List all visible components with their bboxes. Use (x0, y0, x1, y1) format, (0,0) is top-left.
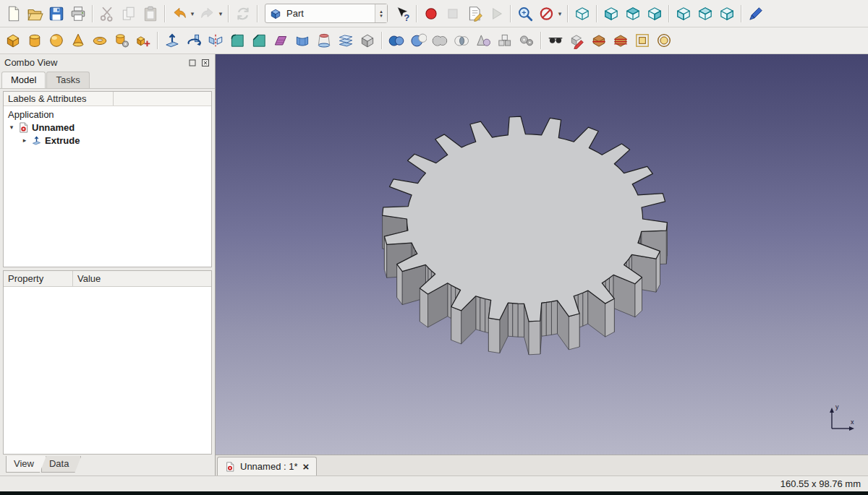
view-left[interactable] (716, 3, 738, 25)
extrude-feature-icon (31, 135, 42, 146)
std-cut-icon (98, 5, 116, 22)
part-thickness-icon (655, 32, 673, 49)
std-new[interactable] (2, 3, 24, 25)
part-thickness[interactable] (653, 30, 675, 51)
combo-view-panel: Combo View Model Tasks Labels & Attribut… (0, 54, 216, 475)
close-icon (201, 59, 210, 67)
part-mirror[interactable] (205, 30, 226, 51)
workbench-selector[interactable]: Part▴▾ (265, 4, 388, 23)
std-redo[interactable] (197, 3, 218, 25)
part-box[interactable] (2, 30, 24, 51)
part-check-geometry[interactable] (545, 30, 566, 51)
part-offset[interactable] (357, 30, 378, 51)
tab-model[interactable]: Model (1, 72, 46, 88)
panel-close-button[interactable] (200, 57, 210, 68)
panel-float-button[interactable] (187, 57, 197, 68)
part-check-geometry-icon (547, 32, 564, 49)
part-extrude[interactable] (161, 30, 183, 51)
std-print[interactable] (67, 3, 89, 25)
part-section[interactable] (588, 30, 610, 51)
part-make-face[interactable] (270, 30, 292, 51)
macro-edit[interactable] (464, 3, 485, 25)
view-axonometric[interactable] (571, 3, 593, 25)
std-undo-dropdown[interactable]: ▾ (188, 10, 197, 17)
part-cross-sections-icon (612, 32, 629, 49)
std-refresh-icon (234, 5, 252, 22)
part-cone[interactable] (67, 30, 89, 51)
view-front[interactable] (600, 3, 622, 25)
part-defeaturing[interactable] (566, 30, 588, 51)
part-ruled-surface[interactable] (292, 30, 313, 51)
part-loft[interactable] (313, 30, 335, 51)
document-tab[interactable]: Unnamed : 1* × (217, 457, 317, 475)
view-top-icon (624, 5, 642, 22)
toolbar-separator (741, 5, 742, 22)
part-revolve[interactable] (183, 30, 205, 51)
tab-tasks[interactable]: Tasks (46, 72, 89, 88)
part-cross-sections[interactable] (610, 30, 631, 51)
part-torus-icon (91, 32, 109, 49)
tab-view[interactable]: View (6, 456, 46, 473)
part-section-icon (590, 32, 608, 49)
property-body[interactable] (4, 287, 211, 454)
std-new-icon (4, 5, 22, 22)
measure-distance[interactable] (745, 3, 767, 25)
std-whatsthis[interactable]: ? (391, 3, 413, 25)
view-fit-all[interactable] (514, 3, 536, 25)
tree-item-application[interactable]: Application (4, 108, 211, 121)
part-fillet[interactable] (226, 30, 248, 51)
part-shape-builder[interactable] (132, 30, 154, 51)
tab-data[interactable]: Data (41, 456, 81, 473)
std-paste[interactable] (140, 3, 161, 25)
workbench-selector-spinner[interactable]: ▴▾ (375, 4, 387, 22)
gear-model[interactable] (216, 54, 868, 455)
tab-close-icon[interactable]: × (303, 461, 310, 472)
std-cut[interactable] (96, 3, 118, 25)
view-draw-style-dropdown[interactable]: ▾ (556, 10, 564, 17)
view-right[interactable] (644, 3, 665, 25)
3d-viewport[interactable]: x y (216, 54, 868, 455)
extrude-label: Extrude (45, 135, 80, 146)
view-rear[interactable] (673, 3, 694, 25)
tree-item-document[interactable]: ▾ Unnamed (4, 121, 211, 134)
part-common[interactable] (451, 30, 472, 51)
document-label: Unnamed (32, 122, 75, 133)
part-chamfer[interactable] (248, 30, 270, 51)
view-right-icon (646, 5, 663, 22)
window-bottom-edge (0, 491, 868, 495)
part-boolean[interactable] (386, 30, 407, 51)
part-union[interactable] (429, 30, 451, 51)
expander-closed-icon[interactable]: ▸ (21, 137, 28, 144)
part-primitives[interactable] (111, 30, 132, 51)
view-bottom[interactable] (694, 3, 716, 25)
tree-item-extrude[interactable]: ▸ Extrude (4, 134, 211, 147)
part-split[interactable] (516, 30, 537, 51)
part-compound[interactable] (494, 30, 516, 51)
view-rear-icon (675, 5, 692, 22)
part-torus[interactable] (89, 30, 111, 51)
part-cylinder[interactable] (24, 30, 46, 51)
part-cut-icon (409, 32, 427, 49)
part-offset-2d[interactable] (631, 30, 653, 51)
std-open[interactable] (24, 3, 46, 25)
part-defeaturing-icon (569, 32, 586, 49)
part-join-connect[interactable] (472, 30, 494, 51)
std-save[interactable] (46, 3, 67, 25)
part-common-icon (453, 32, 470, 49)
document-tab-bar: Unnamed : 1* × (216, 455, 868, 475)
std-copy[interactable] (118, 3, 140, 25)
part-cut[interactable] (407, 30, 429, 51)
macro-record[interactable] (420, 3, 442, 25)
expander-open-icon[interactable]: ▾ (8, 124, 15, 131)
macro-debug[interactable] (485, 3, 507, 25)
std-undo[interactable] (169, 3, 190, 25)
std-save-icon (48, 5, 65, 22)
part-sphere[interactable] (46, 30, 67, 51)
part-sweep[interactable] (335, 30, 357, 51)
property-editor: Property Value (3, 270, 212, 455)
std-refresh[interactable] (232, 3, 254, 25)
view-draw-style[interactable] (536, 3, 558, 25)
macro-stop[interactable] (442, 3, 464, 25)
std-whatsthis-icon: ? (393, 5, 411, 22)
view-top[interactable] (622, 3, 644, 25)
